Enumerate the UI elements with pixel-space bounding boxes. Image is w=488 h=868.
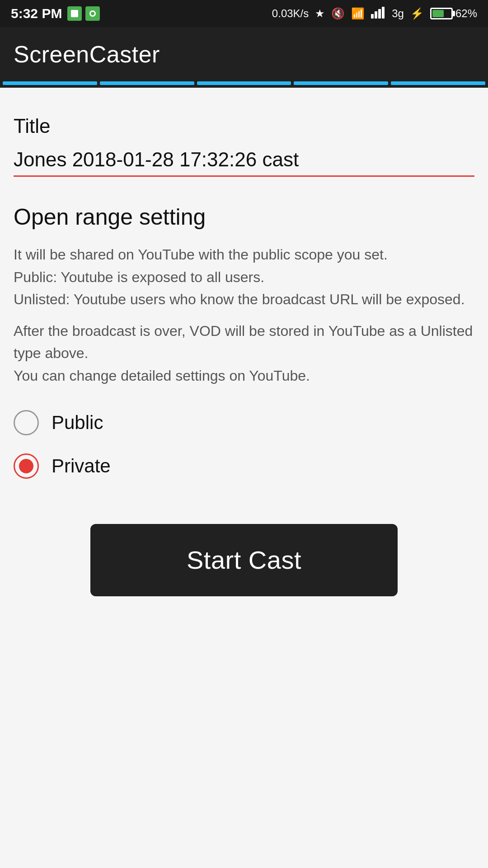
description-text-1: It will be shared on YouTube with the pu…: [14, 244, 474, 311]
radio-label-private: Private: [52, 455, 111, 477]
radio-inner-private: [19, 459, 33, 473]
svg-rect-0: [71, 10, 78, 17]
radio-label-public: Public: [52, 412, 103, 434]
mute-icon: 🔇: [331, 7, 345, 20]
app-title: ScreenCaster: [14, 41, 160, 68]
start-cast-button[interactable]: Start Cast: [90, 524, 398, 596]
radio-outer-private[interactable]: [14, 453, 39, 479]
content-area: Title Open range setting It will be shar…: [0, 88, 488, 868]
app-icon-1: [67, 6, 82, 21]
radio-outer-public[interactable]: [14, 410, 39, 435]
status-bar: 5:32 PM 0.03K/s ★ 🔇 📶: [0, 0, 488, 27]
app-icon-2: [85, 6, 100, 21]
wifi-icon: 📶: [351, 7, 365, 20]
title-label: Title: [14, 115, 474, 137]
open-range-section: Open range setting It will be shared on …: [14, 204, 474, 479]
radio-group: Public Private: [14, 410, 474, 479]
radio-item-public[interactable]: Public: [14, 410, 474, 435]
tab-segment-1: [3, 81, 97, 85]
tab-segment-2: [100, 81, 194, 85]
network-speed: 0.03K/s: [272, 7, 309, 20]
title-section: Title: [14, 115, 474, 177]
start-cast-container: Start Cast: [14, 524, 474, 596]
battery-icon: [430, 8, 453, 19]
status-left: 5:32 PM: [11, 6, 100, 21]
tab-segment-3: [197, 81, 291, 85]
tab-bar: [0, 81, 488, 88]
charging-icon: ⚡: [410, 7, 424, 20]
description-text-2: After the broadcast is over, VOD will be…: [14, 320, 474, 387]
tab-segment-5: [391, 81, 485, 85]
app-bar: ScreenCaster: [0, 27, 488, 81]
battery-percent: 62%: [455, 7, 477, 20]
radio-item-private[interactable]: Private: [14, 453, 474, 479]
status-right: 0.03K/s ★ 🔇 📶 3g ⚡ 62%: [272, 6, 477, 21]
signal-icon: [371, 6, 385, 21]
status-time: 5:32 PM: [11, 6, 62, 21]
svg-point-2: [91, 12, 94, 15]
battery-fill: [432, 10, 444, 17]
battery-container: 62%: [430, 7, 477, 20]
svg-rect-6: [382, 7, 385, 19]
svg-rect-3: [371, 14, 374, 19]
status-icons: [67, 6, 100, 21]
network-type: 3g: [392, 7, 404, 20]
title-input-container[interactable]: [14, 148, 474, 177]
bluetooth-icon: ★: [315, 7, 325, 20]
svg-rect-4: [375, 11, 377, 19]
open-range-heading: Open range setting: [14, 204, 474, 230]
tab-segment-4: [294, 81, 388, 85]
svg-rect-5: [378, 9, 381, 19]
title-input[interactable]: [14, 148, 474, 171]
